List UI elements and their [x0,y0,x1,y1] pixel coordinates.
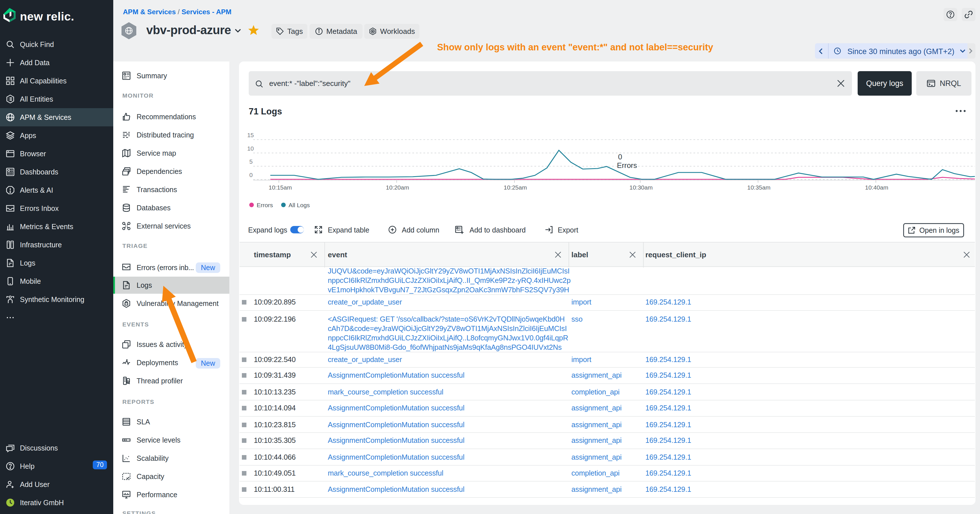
svg-text:10:40am: 10:40am [865,184,888,191]
svg-text:Errors: Errors [617,161,637,170]
svg-text:Errors: Errors [257,202,273,208]
svg-text:All Logs: All Logs [288,202,310,208]
svg-text:15: 15 [247,132,254,138]
svg-text:10:25am: 10:25am [504,184,527,191]
svg-text:10: 10 [247,145,254,152]
svg-text:0: 0 [618,153,622,161]
svg-text:10:30am: 10:30am [630,184,653,191]
svg-text:0: 0 [249,172,253,178]
svg-text:10:20am: 10:20am [386,184,409,191]
svg-text:10:35am: 10:35am [747,184,770,191]
svg-text:10:15am: 10:15am [269,184,292,191]
svg-text:new relic.: new relic. [20,10,74,23]
svg-text:5: 5 [249,158,253,165]
